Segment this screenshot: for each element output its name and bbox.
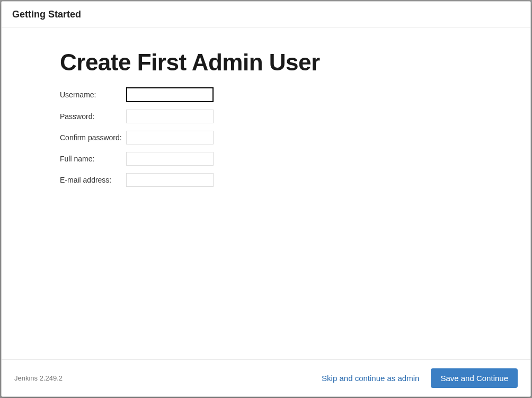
email-row: E-mail address: xyxy=(60,173,530,187)
dialog-header: Getting Started xyxy=(2,2,530,28)
username-input[interactable] xyxy=(126,87,214,102)
username-label: Username: xyxy=(60,91,126,99)
page-title: Create First Admin User xyxy=(60,49,530,76)
confirm-password-input[interactable] xyxy=(126,131,214,144)
username-row: Username: xyxy=(60,87,530,102)
header-title: Getting Started xyxy=(12,9,520,20)
version-text: Jenkins 2.249.2 xyxy=(14,374,63,382)
save-continue-button[interactable]: Save and Continue xyxy=(431,368,518,388)
fullname-input[interactable] xyxy=(126,152,214,166)
password-row: Password: xyxy=(60,110,530,123)
password-input[interactable] xyxy=(126,110,214,123)
dialog-content: Create First Admin User Username: Passwo… xyxy=(2,28,530,359)
email-label: E-mail address: xyxy=(60,176,126,184)
confirm-password-row: Confirm password: xyxy=(60,131,530,144)
email-input[interactable] xyxy=(126,173,214,187)
fullname-label: Full name: xyxy=(60,155,126,163)
setup-dialog: Getting Started Create First Admin User … xyxy=(1,1,531,397)
skip-button[interactable]: Skip and continue as admin xyxy=(322,374,419,383)
confirm-password-label: Confirm password: xyxy=(60,133,126,142)
dialog-footer: Jenkins 2.249.2 Skip and continue as adm… xyxy=(2,359,530,396)
form-container: Create First Admin User Username: Passwo… xyxy=(60,49,530,187)
password-label: Password: xyxy=(60,112,126,121)
footer-actions: Skip and continue as admin Save and Cont… xyxy=(322,368,518,388)
fullname-row: Full name: xyxy=(60,152,530,166)
